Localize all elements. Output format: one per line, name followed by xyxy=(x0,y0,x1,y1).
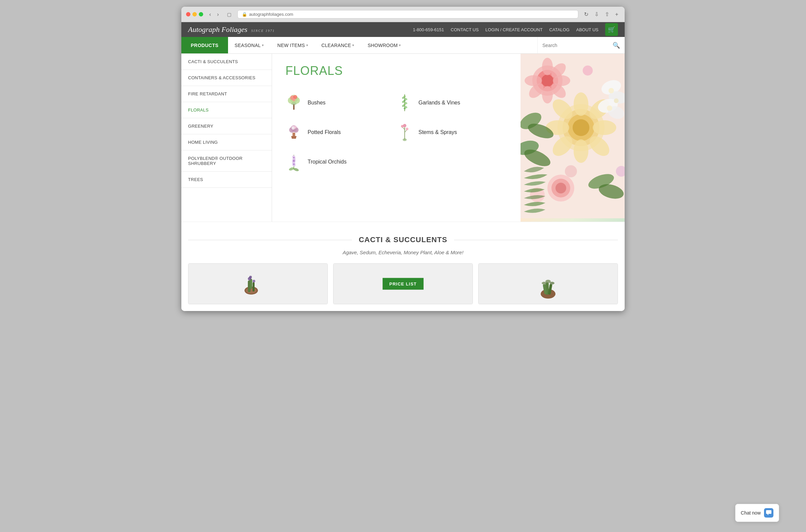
nav-products[interactable]: PRODUCTS xyxy=(181,37,228,53)
bottom-section: CACTI & SUCCULENTS Agave, Sedum, Echever… xyxy=(181,222,625,311)
svg-rect-87 xyxy=(252,282,254,291)
sidebar-item-fire-retardant[interactable]: FIRE RETARDANT xyxy=(181,86,272,102)
forward-button[interactable]: › xyxy=(215,11,220,18)
lock-icon: 🔒 xyxy=(242,12,247,17)
share-button[interactable]: ⇧ xyxy=(603,11,611,18)
catalog-link[interactable]: CATALOG xyxy=(550,27,570,32)
topbar: Autograph Foliages SINCE 1971 1-800-659-… xyxy=(181,22,625,37)
svg-marker-100 xyxy=(767,514,768,515)
sidebar-item-home-living[interactable]: HOME LIVING xyxy=(181,134,272,150)
svg-point-19 xyxy=(293,160,294,162)
topbar-links: CONTACT US LOGIN / CREATE ACCOUNT CATALO… xyxy=(451,27,598,32)
main-nav: PRODUCTS SEASONAL ▾ NEW ITEMS ▾ CLEARANC… xyxy=(181,37,625,54)
left-divider xyxy=(188,240,352,240)
nav-showroom[interactable]: SHOWROOM ▾ xyxy=(361,37,408,53)
product-card-image-3 xyxy=(479,264,618,304)
svg-point-5 xyxy=(292,98,295,101)
sidebar-item-polyblend[interactable]: POLYBLEND® OUTDOOR SHRUBBERY xyxy=(181,150,272,172)
chat-icon xyxy=(764,508,773,517)
svg-point-69 xyxy=(614,98,619,103)
sidebar-item-containers[interactable]: CONTAINERS & ACCESSORIES xyxy=(181,70,272,86)
bushes-label: Bushes xyxy=(308,100,325,106)
content-wrapper: CACTI & SUCCULENTS CONTAINERS & ACCESSOR… xyxy=(181,54,625,222)
right-divider xyxy=(454,240,618,240)
product-card-3[interactable] xyxy=(478,263,618,304)
chat-widget[interactable]: Chat now xyxy=(735,504,779,522)
svg-point-68 xyxy=(609,88,614,93)
svg-point-63 xyxy=(524,75,542,86)
search-bar[interactable]: 🔍 xyxy=(537,37,625,53)
nav-seasonal[interactable]: SEASONAL ▾ xyxy=(228,37,271,53)
price-list-button[interactable]: PRICE LIST xyxy=(383,278,423,290)
sidebar: CACTI & SUCCULENTS CONTAINERS & ACCESSOR… xyxy=(181,54,272,222)
svg-point-33 xyxy=(404,108,406,110)
floral-item-bushes[interactable]: Bushes xyxy=(286,88,396,117)
page-title: FLORALS xyxy=(286,64,507,78)
svg-point-50 xyxy=(574,139,588,163)
about-us-link[interactable]: ABOUT US xyxy=(576,27,598,32)
sidebar-item-greenery[interactable]: GREENERY xyxy=(181,118,272,134)
floral-item-garlands[interactable]: Garlands & Vines xyxy=(396,88,507,117)
products-row: PRICE LIST xyxy=(188,263,618,304)
svg-point-97 xyxy=(550,282,554,284)
website: Autograph Foliages SINCE 1971 1-800-659-… xyxy=(181,22,625,311)
florals-col-left: Bushes xyxy=(286,88,396,177)
download-button[interactable]: ⇩ xyxy=(593,11,600,18)
product-card-2[interactable]: PRICE LIST xyxy=(333,263,473,304)
svg-point-38 xyxy=(406,128,408,130)
svg-point-81 xyxy=(565,165,577,177)
product-card-1[interactable] xyxy=(188,263,328,304)
url-text: autographfoliages.com xyxy=(249,12,293,17)
svg-point-20 xyxy=(293,164,294,165)
garlands-label: Garlands & Vines xyxy=(419,100,460,106)
cacti-section-title: CACTI & SUCCULENTS xyxy=(359,235,447,244)
browser-nav: ‹ › xyxy=(207,11,221,18)
refresh-button[interactable]: ↻ xyxy=(582,11,590,18)
close-dot[interactable] xyxy=(186,12,190,17)
floral-item-potted[interactable]: Potted Florals xyxy=(286,117,396,147)
svg-rect-13 xyxy=(292,133,295,136)
svg-point-98 xyxy=(542,282,546,284)
maximize-dot[interactable] xyxy=(199,12,203,17)
browser-actions: ↻ ⇩ ⇧ + xyxy=(582,11,620,18)
login-link[interactable]: LOGIN / CREATE ACCOUNT xyxy=(485,27,542,32)
tropical-orchids-label: Tropical Orchids xyxy=(308,159,347,165)
svg-point-48 xyxy=(593,120,616,135)
garlands-image xyxy=(396,93,413,113)
nav-clearance[interactable]: CLEARANCE ▾ xyxy=(315,37,361,53)
floral-item-stems[interactable]: Stems & Sprays xyxy=(396,117,507,147)
sidebar-item-florals[interactable]: FLORALS xyxy=(181,102,272,118)
site-logo[interactable]: Autograph Foliages SINCE 1971 xyxy=(188,25,275,34)
svg-point-12 xyxy=(294,126,296,129)
chevron-down-icon: ▾ xyxy=(352,43,354,47)
tropical-orchids-image xyxy=(286,152,302,172)
svg-point-40 xyxy=(403,138,407,141)
main-content: FLORALS xyxy=(272,54,520,222)
reader-button[interactable]: ▢ xyxy=(225,11,233,18)
cart-icon: 🛒 xyxy=(608,26,615,33)
cacti-subtitle: Agave, Sedum, Echeveria, Money Plant, Al… xyxy=(188,249,618,255)
nav-new-items[interactable]: NEW ITEMS ▾ xyxy=(271,37,315,53)
url-bar[interactable]: 🔒 autographfoliages.com xyxy=(237,10,578,18)
svg-point-57 xyxy=(542,58,553,75)
search-button[interactable]: 🔍 xyxy=(613,42,620,49)
chevron-down-icon: ▾ xyxy=(306,43,308,47)
back-button[interactable]: ‹ xyxy=(207,11,213,18)
new-tab-button[interactable]: + xyxy=(614,11,620,18)
floral-item-tropical[interactable]: Tropical Orchids xyxy=(286,147,396,177)
svg-point-79 xyxy=(555,183,566,193)
svg-point-90 xyxy=(252,280,255,283)
svg-point-45 xyxy=(573,119,589,136)
chat-label: Chat now xyxy=(741,510,761,515)
contact-us-link[interactable]: CONTACT US xyxy=(451,27,479,32)
stems-label: Stems & Sprays xyxy=(419,129,457,135)
svg-point-39 xyxy=(403,124,406,127)
search-input[interactable] xyxy=(542,43,610,48)
sidebar-item-cacti[interactable]: CACTI & SUCCULENTS xyxy=(181,54,272,70)
chevron-down-icon: ▾ xyxy=(399,43,401,47)
florals-col-right: Garlands & Vines xyxy=(396,88,507,177)
cart-button[interactable]: 🛒 xyxy=(605,23,618,36)
sidebar-item-trees[interactable]: TREES xyxy=(181,172,272,188)
minimize-dot[interactable] xyxy=(192,12,197,17)
potted-florals-label: Potted Florals xyxy=(308,129,341,135)
